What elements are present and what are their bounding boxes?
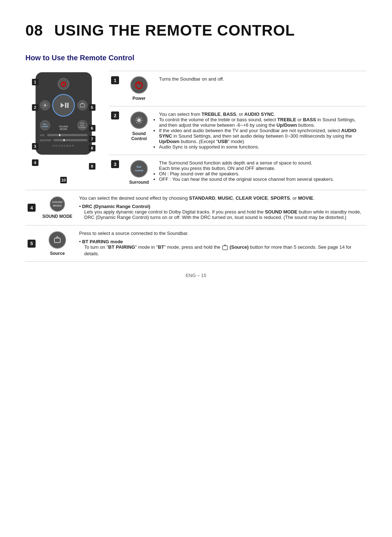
item-badge-1: 1 bbox=[111, 76, 119, 84]
source-icon-display bbox=[49, 231, 66, 249]
item-badge-3: 3 bbox=[111, 160, 119, 168]
badge-3: 3 bbox=[32, 143, 38, 150]
settings-btn bbox=[40, 100, 50, 110]
svg-rect-11 bbox=[222, 246, 228, 250]
table-row-5: 5 Source Press to select a source connec… bbox=[25, 225, 367, 262]
badge-6: 6 bbox=[89, 125, 95, 131]
page-footer: ENG – 15 bbox=[25, 273, 367, 278]
badge-10: 10 bbox=[60, 177, 67, 183]
page-title: 08 USING THE REMOTE CONTROL bbox=[25, 22, 367, 39]
sound-control-icon bbox=[130, 111, 148, 129]
item-5-desc: Press to select a source connected to th… bbox=[75, 225, 367, 262]
table-row-3: 3 Surround Surround The Surround Sound f… bbox=[109, 155, 367, 190]
sound-control-label: Sound Control bbox=[125, 131, 153, 141]
svg-marker-3 bbox=[61, 103, 64, 108]
badge-4: 4 bbox=[32, 159, 38, 166]
item-4-desc: You can select the desired sound effect … bbox=[75, 190, 367, 225]
source-btn-remote bbox=[77, 100, 87, 110]
power-label: Power bbox=[125, 96, 153, 101]
badge-7: 7 bbox=[89, 136, 95, 142]
badge-1: 1 bbox=[32, 79, 38, 85]
play-pause-btn bbox=[52, 94, 75, 117]
table-row-4: 4 SOUNDMODE SOUND MODE You can select th… bbox=[25, 190, 367, 225]
svg-point-2 bbox=[44, 104, 46, 106]
soundmode-icon-display: SOUNDMODE bbox=[50, 196, 65, 212]
badge-8: 8 bbox=[89, 145, 95, 151]
surround-label: Surround bbox=[125, 180, 153, 185]
svg-rect-4 bbox=[65, 103, 66, 108]
item-2-desc: You can select from TREBLE, BASS, or AUD… bbox=[155, 106, 367, 155]
section-title: How to Use the Remote Control bbox=[25, 54, 367, 62]
svg-rect-5 bbox=[67, 103, 69, 108]
badge-9: 9 bbox=[89, 163, 95, 170]
bt-power-btn: BluetoothPOWER bbox=[77, 120, 87, 130]
svg-rect-6 bbox=[80, 104, 85, 107]
item-3-desc: The Surround Sound function adds depth a… bbox=[155, 155, 367, 190]
item-badge-2: 2 bbox=[111, 111, 119, 119]
item-badge-4: 4 bbox=[28, 204, 36, 212]
surround-icon-display: Surround bbox=[130, 160, 148, 178]
table-row-1: 1 Power Turns the Soundbar on and off. bbox=[109, 71, 367, 106]
item-1-desc: Turns the Soundbar on and off. bbox=[155, 71, 367, 106]
remote-diagram: 1 2 3 4 5 6 7 8 9 10 bbox=[25, 71, 102, 155]
items-table: 1 Power Turns the Soundbar on and off. bbox=[109, 71, 367, 190]
power-btn bbox=[58, 78, 69, 90]
badge-2: 2 bbox=[32, 104, 38, 111]
item-badge-5: 5 bbox=[28, 240, 36, 248]
svg-rect-10 bbox=[54, 238, 60, 243]
svg-point-9 bbox=[137, 118, 141, 122]
soundmode-label: SOUND MODE bbox=[41, 214, 73, 219]
power-icon-display bbox=[130, 76, 148, 94]
surround-btn-remote: Surround bbox=[40, 120, 50, 130]
bottom-items-table: 4 SOUNDMODE SOUND MODE You can select th… bbox=[25, 190, 367, 262]
badge-5: 5 bbox=[89, 104, 95, 111]
source-label: Source bbox=[41, 251, 73, 256]
table-row-2: 2 Sound Control You can select from TREB… bbox=[109, 106, 367, 155]
